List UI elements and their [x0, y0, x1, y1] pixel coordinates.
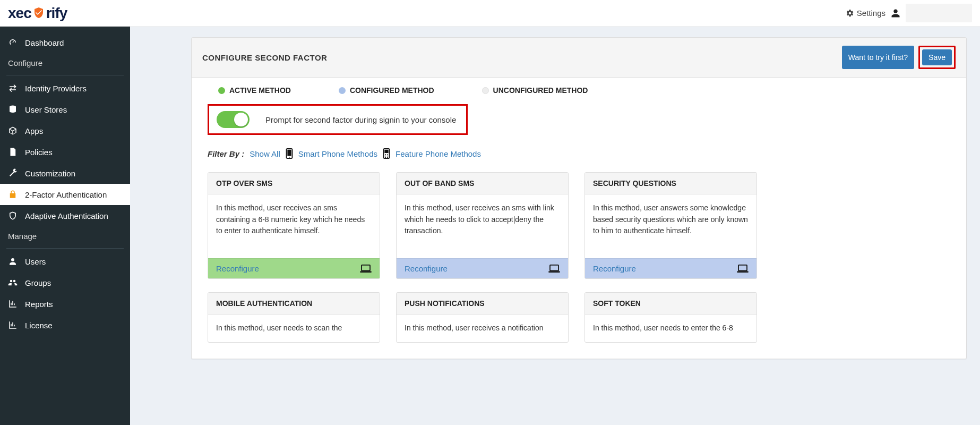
- svg-rect-14: [550, 265, 558, 270]
- license-icon: [8, 320, 18, 330]
- svg-point-6: [385, 154, 386, 155]
- card-desc: In this method, user receives a notifica…: [397, 314, 568, 342]
- shield-outline-icon: [8, 211, 18, 220]
- panel-title: CONFIGURE SECOND FACTOR: [202, 53, 327, 62]
- sidebar-item-customization[interactable]: Customization: [0, 163, 130, 184]
- card-desc: In this method, user receives an sms con…: [208, 194, 380, 258]
- sidebar-item-label: Customization: [25, 169, 75, 178]
- wrench-icon: [8, 168, 18, 178]
- sidebar-item-identity-providers[interactable]: Identity Providers: [0, 78, 130, 99]
- reconfigure-link[interactable]: Reconfigure: [405, 264, 448, 273]
- sidebar-item-user-stores[interactable]: User Stores: [0, 99, 130, 120]
- sidebar: Dashboard Configure Identity Providers U…: [0, 27, 130, 425]
- sidebar-section-manage: Manage: [0, 226, 130, 246]
- sidebar-item-groups[interactable]: Groups: [0, 272, 130, 293]
- prompt-toggle[interactable]: [217, 111, 250, 128]
- legend-active: ACTIVE METHOD: [218, 86, 291, 95]
- laptop-icon: [548, 265, 560, 273]
- legend-unconfigured: UNCONFIGURED METHOD: [482, 86, 588, 95]
- sidebar-item-2fa[interactable]: 2-Factor Authentication: [0, 184, 130, 205]
- sidebar-item-apps[interactable]: Apps: [0, 120, 130, 141]
- configure-panel: CONFIGURE SECOND FACTOR Want to try it f…: [191, 37, 967, 359]
- exchange-icon: [8, 83, 18, 93]
- laptop-icon: [737, 265, 749, 273]
- legend-row: ACTIVE METHOD CONFIGURED METHOD UNCONFIG…: [208, 84, 950, 97]
- card-title: OUT OF BAND SMS: [397, 173, 568, 194]
- featurephone-icon: [383, 148, 390, 159]
- svg-point-8: [385, 156, 386, 157]
- settings-link[interactable]: Settings: [846, 8, 886, 18]
- database-icon: [8, 105, 18, 114]
- card-footer: Reconfigure: [397, 258, 568, 278]
- svg-rect-16: [738, 265, 747, 270]
- brand-text-post: rify: [46, 5, 67, 22]
- dot-active-icon: [218, 87, 225, 94]
- card-otp-sms: OTP OVER SMS In this method, user receiv…: [208, 172, 380, 279]
- panel-header: CONFIGURE SECOND FACTOR Want to try it f…: [192, 38, 966, 78]
- sidebar-item-users[interactable]: Users: [0, 251, 130, 272]
- dashboard-icon: [8, 38, 18, 47]
- filter-show-all[interactable]: Show All: [250, 149, 280, 158]
- reconfigure-link[interactable]: Reconfigure: [593, 264, 636, 273]
- card-desc: In this method, user needs to scan the: [208, 314, 380, 342]
- sidebar-item-label: Dashboard: [25, 38, 64, 47]
- svg-point-11: [387, 157, 388, 158]
- main-content: CONFIGURE SECOND FACTOR Want to try it f…: [130, 27, 980, 425]
- sidebar-item-reports[interactable]: Reports: [0, 293, 130, 314]
- topbar: xec rify Settings: [0, 0, 980, 27]
- sidebar-item-label: Policies: [25, 148, 53, 157]
- sidebar-item-label: 2-Factor Authentication: [25, 190, 107, 199]
- card-push-notifications: PUSH NOTIFICATIONS In this method, user …: [396, 292, 569, 343]
- svg-rect-17: [737, 271, 748, 273]
- brand-text-pre: xec: [8, 5, 31, 22]
- sidebar-item-label: Groups: [25, 278, 51, 287]
- card-title: PUSH NOTIFICATIONS: [397, 293, 568, 314]
- laptop-icon: [360, 265, 372, 273]
- divider: [6, 75, 124, 75]
- lock-icon: [8, 190, 18, 199]
- card-desc: In this method, user receives an sms wit…: [397, 194, 568, 258]
- user-icon[interactable]: [891, 8, 900, 18]
- card-footer: Reconfigure: [585, 258, 757, 278]
- method-cards: OTP OVER SMS In this method, user receiv…: [208, 172, 950, 279]
- sidebar-item-label: User Stores: [25, 105, 67, 114]
- user-icon: [8, 257, 18, 266]
- sidebar-item-adaptive-auth[interactable]: Adaptive Authentication: [0, 205, 130, 226]
- card-footer: Reconfigure: [208, 258, 380, 278]
- toggle-knob: [234, 113, 248, 126]
- card-soft-token: SOFT TOKEN In this method, user needs to…: [584, 292, 757, 343]
- card-mobile-auth: MOBILE AUTHENTICATION In this method, us…: [208, 292, 380, 343]
- try-first-button[interactable]: Want to try it first?: [842, 46, 914, 69]
- card-title: MOBILE AUTHENTICATION: [208, 293, 380, 314]
- svg-rect-12: [362, 265, 370, 270]
- chart-icon: [8, 299, 18, 309]
- prompt-toggle-row: Prompt for second factor during signin t…: [208, 104, 468, 135]
- svg-point-7: [387, 154, 388, 155]
- sidebar-item-dashboard[interactable]: Dashboard: [0, 32, 130, 53]
- save-button[interactable]: Save: [922, 49, 952, 65]
- smartphone-icon: [286, 148, 293, 159]
- sidebar-item-label: Reports: [25, 300, 53, 309]
- reconfigure-link[interactable]: Reconfigure: [216, 264, 259, 273]
- filter-smart-phone[interactable]: Smart Phone Methods: [298, 149, 377, 158]
- svg-rect-5: [384, 150, 388, 153]
- filter-feature-phone[interactable]: Feature Phone Methods: [396, 149, 481, 158]
- shield-icon: [32, 6, 45, 19]
- svg-point-9: [387, 156, 388, 157]
- user-menu[interactable]: [906, 4, 972, 22]
- card-out-of-band-sms: OUT OF BAND SMS In this method, user rec…: [396, 172, 569, 279]
- sidebar-item-policies[interactable]: Policies: [0, 141, 130, 163]
- svg-point-3: [289, 157, 290, 158]
- sidebar-item-license[interactable]: License: [0, 314, 130, 336]
- gear-icon: [846, 9, 854, 18]
- document-icon: [8, 147, 18, 157]
- settings-label: Settings: [857, 8, 886, 18]
- card-security-questions: SECURITY QUESTIONS In this method, user …: [584, 172, 757, 279]
- card-desc: In this method, user needs to enter the …: [585, 314, 757, 342]
- method-cards-row2: MOBILE AUTHENTICATION In this method, us…: [208, 292, 950, 343]
- sidebar-item-label: Adaptive Authentication: [25, 211, 108, 220]
- brand-logo: xec rify: [8, 5, 67, 22]
- filter-label: Filter By :: [208, 149, 244, 158]
- sidebar-item-label: Identity Providers: [25, 84, 87, 93]
- sidebar-item-label: Apps: [25, 126, 43, 135]
